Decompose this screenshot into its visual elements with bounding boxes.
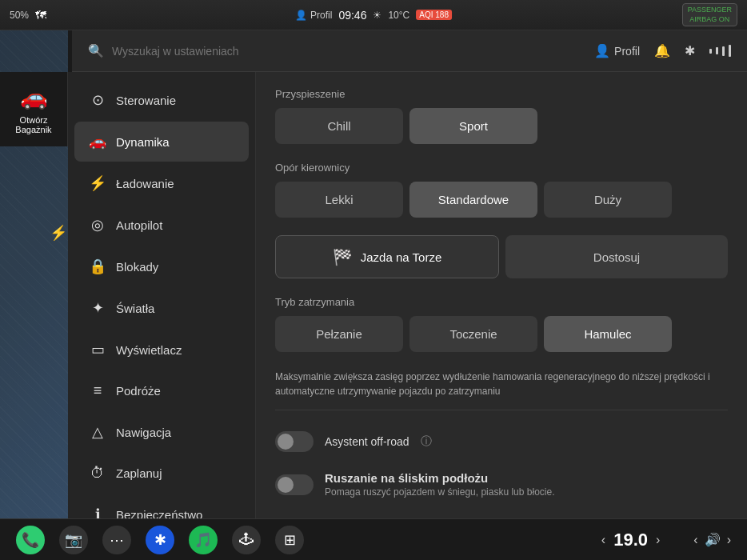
search-bar: 🔍 👤 Profil 🔔 ✱	[72, 30, 747, 72]
apps-button[interactable]: ⋯	[102, 526, 131, 554]
zaplanuj-icon: ⏱	[89, 465, 106, 482]
spotify-button[interactable]: 🎵	[189, 526, 218, 554]
sidebar-item-wyswietlacz[interactable]: ▭ Wyświetlacz	[74, 330, 249, 370]
wyswietlacz-icon: ▭	[89, 341, 106, 358]
temperature: 10°C	[388, 10, 409, 21]
blokady-icon: 🔒	[89, 258, 106, 275]
sidebar-item-ladowanie[interactable]: ⚡ Ładowanie	[74, 163, 249, 203]
sidebar-item-swiatla[interactable]: ✦ Światła	[74, 288, 249, 328]
sidebar-item-zaplanuj[interactable]: ⏱ Zaplanuj	[74, 454, 249, 493]
steering-options: Lekki Standardowe Duży	[275, 182, 728, 218]
status-bar: 50% 🗺 👤 Profil 09:46 ☀ 10°C AQI 188 PASS…	[0, 0, 747, 30]
lte-signal	[709, 45, 731, 57]
camera-button[interactable]: 📷	[59, 526, 88, 554]
bluetooth-icon: ✱	[685, 43, 695, 58]
volume-control: ‹ 🔊 ›	[693, 532, 731, 547]
main-content: Przyspieszenie Chill Sport Opór kierowni…	[256, 72, 747, 518]
offroad-toggle-row: Asystent off-road ⓘ	[275, 422, 728, 462]
slippery-toggle-row: Ruszanie na śliskim podłożu Pomaga ruszy…	[275, 462, 728, 507]
speed-value: 19.0	[613, 530, 648, 550]
search-input[interactable]	[112, 45, 586, 58]
airbag-status: PASSENGER AIRBAG ON	[682, 3, 737, 26]
autopilot-icon: ◎	[89, 216, 106, 234]
offroad-toggle-knob	[278, 434, 294, 450]
offroad-toggle[interactable]	[275, 431, 314, 452]
podroze-icon: ≡	[89, 382, 106, 399]
aqi-badge: AQI 188	[416, 10, 452, 20]
customize-button[interactable]: Dostosuj	[505, 235, 728, 278]
bell-icon: 🔔	[654, 43, 670, 58]
duzy-button[interactable]: Duży	[544, 182, 672, 218]
lekki-button[interactable]: Lekki	[275, 182, 403, 218]
profile-icon: 👤	[594, 43, 610, 58]
bezpieczenstwo-icon: ℹ	[89, 506, 106, 518]
track-row: 🏁 Jazda na Torze Dostosuj	[275, 235, 728, 278]
hamulec-button[interactable]: Hamulec	[544, 316, 672, 352]
chill-button[interactable]: Chill	[275, 108, 403, 144]
slippery-label-group: Ruszanie na śliskim podłożu Pomaga ruszy…	[325, 471, 554, 498]
person-icon: 👤	[295, 10, 307, 21]
slippery-sublabel: Pomaga ruszyć pojazdem w śniegu, piasku …	[325, 486, 554, 498]
apps2-button[interactable]: ⊞	[275, 526, 304, 554]
acceleration-options: Chill Sport	[275, 108, 728, 144]
stop-mode-label: Tryb zatrzymania	[275, 296, 728, 308]
slippery-toggle[interactable]	[275, 474, 314, 495]
sidebar-item-autopilot[interactable]: ◎ Autopilot	[74, 205, 249, 245]
weather-icon: ☀	[373, 10, 381, 21]
speed-forward-icon[interactable]: ›	[656, 533, 660, 547]
open-trunk-button[interactable]: 🚗 Otwórz Bagażnik	[0, 72, 68, 146]
center-status: 👤 Profil 09:46 ☀ 10°C AQI 188	[295, 9, 452, 22]
offroad-info-icon[interactable]: ⓘ	[421, 434, 432, 449]
notifications-button[interactable]: 🔔	[654, 43, 670, 58]
joystick-button[interactable]: 🕹	[232, 526, 261, 554]
clock: 09:46	[338, 9, 366, 22]
sidebar-item-blokady[interactable]: 🔒 Blokady	[74, 246, 249, 286]
sidebar-item-bezpieczenstwo[interactable]: ℹ Bezpieczeństwo	[74, 494, 249, 518]
swiatla-icon: ✦	[89, 299, 106, 317]
toczenie-button[interactable]: Toczenie	[409, 316, 537, 352]
pelzanie-button[interactable]: Pełzanie	[275, 316, 403, 352]
offroad-label: Asystent off-road	[325, 435, 409, 448]
header-actions: 👤 Profil 🔔 ✱	[594, 43, 731, 58]
status-right-icons: PASSENGER AIRBAG ON	[682, 3, 737, 26]
sterowanie-icon: ⊙	[89, 91, 106, 109]
track-button[interactable]: 🏁 Jazda na Torze	[275, 235, 499, 278]
taskbar: 📞 📷 ⋯ ✱ 🎵 🕹 ⊞ ‹ 19.0 › ‹ 🔊 ›	[0, 518, 747, 560]
phone-button[interactable]: 📞	[16, 526, 45, 554]
stop-mode-options: Pełzanie Toczenie Hamulec	[275, 316, 728, 352]
acceleration-label: Przyspieszenie	[275, 88, 728, 100]
sidebar-item-sterowanie[interactable]: ⊙ Sterowanie	[74, 80, 249, 120]
car-icon: 🚗	[20, 84, 48, 110]
map-icon: 🗺	[35, 9, 46, 22]
volume-back-icon[interactable]: ‹	[693, 533, 697, 547]
slippery-toggle-knob	[278, 477, 294, 493]
steering-label: Opór kierownicy	[275, 162, 728, 174]
dynamika-icon: 🚗	[89, 133, 106, 150]
slippery-label: Ruszanie na śliskim podłożu	[325, 471, 554, 485]
speed-back-icon[interactable]: ‹	[601, 533, 605, 547]
sidebar-item-podroze[interactable]: ≡ Podróże	[74, 371, 249, 410]
sidebar-item-nawigacja[interactable]: △ Nawigacja	[74, 412, 249, 452]
standardowe-button[interactable]: Standardowe	[409, 182, 537, 218]
volume-forward-icon[interactable]: ›	[727, 533, 731, 547]
profile-button[interactable]: 👤 Profil	[594, 43, 640, 58]
profile-label-top[interactable]: 👤 Profil	[295, 10, 332, 21]
bluetooth-task-button[interactable]: ✱	[146, 526, 174, 554]
sport-button[interactable]: Sport	[409, 108, 537, 144]
nawigacja-icon: △	[89, 423, 106, 441]
bluetooth-button[interactable]: ✱	[685, 43, 695, 58]
charging-indicator: ⚡	[50, 224, 67, 242]
volume-icon: 🔊	[705, 532, 721, 547]
sidebar-item-dynamika[interactable]: 🚗 Dynamika	[74, 122, 249, 162]
ladowanie-icon: ⚡	[89, 174, 106, 192]
speed-control: ‹ 19.0 ›	[601, 530, 660, 550]
nav-menu: ⊙ Sterowanie 🚗 Dynamika ⚡ Ładowanie ◎ Au…	[68, 72, 256, 518]
flag-icon: 🏁	[333, 247, 353, 266]
battery-status: 50%	[10, 10, 29, 21]
search-icon: 🔍	[88, 43, 104, 58]
stop-mode-description: Maksymalnie zwiększa zasięg poprzez wydł…	[275, 370, 728, 410]
